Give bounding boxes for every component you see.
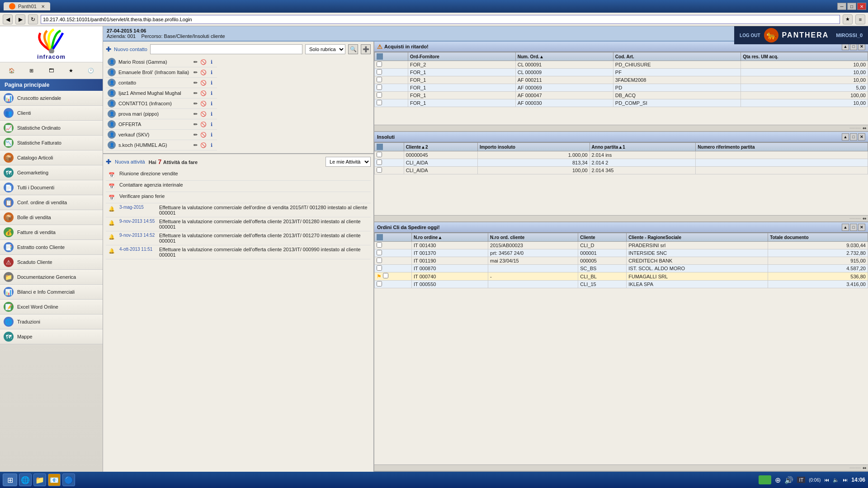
table-row[interactable]: FOR_1 AF 000211 3FADEM2008 10,00 <box>375 76 868 84</box>
contact-block-btn[interactable]: 🚫 <box>200 100 207 107</box>
contact-row[interactable]: 👤 OFFERTA ✏ 🚫 ℹ <box>106 119 217 130</box>
row-checkbox[interactable] <box>377 69 382 75</box>
contacts-filter-select[interactable]: Solo rubrica <box>305 44 345 54</box>
activity-row[interactable]: 📅 Riunione direzione vendite <box>106 169 371 181</box>
table-row[interactable]: CLI_AIDA 813,34 2.014 2 <box>375 159 868 167</box>
table-row[interactable]: FOR_2 CL 000091 PD_CHIUSURE 10,00 <box>375 61 868 69</box>
sidebar-star-icon[interactable]: ★ <box>66 65 76 76</box>
row-checkbox[interactable] <box>377 167 382 173</box>
taskbar-speaker-icon[interactable]: 🔈 <box>833 477 839 483</box>
table-row[interactable]: IT 001370 prt: 34567 24/0 000001 INTERSI… <box>375 249 868 257</box>
sidebar-item-tutti-doc[interactable]: 📄 Tutti i Documenti <box>0 180 103 195</box>
row-checkbox[interactable] <box>377 84 382 90</box>
contact-block-btn[interactable]: 🚫 <box>200 89 207 97</box>
table-row[interactable]: ⚑ IT 000740 - CLI_BL FUMAGALLI SRL 536,8… <box>375 272 868 281</box>
row-checkbox[interactable] <box>377 258 382 263</box>
contact-info-btn[interactable]: ℹ <box>208 89 215 97</box>
contact-row[interactable]: 👤 s.koch (HUMMEL AG) ✏ 🚫 ℹ <box>106 140 217 150</box>
bookmark-button[interactable]: ★ <box>843 14 853 24</box>
ordini-col-nr-ord[interactable]: N.ro ordine▲ <box>412 233 488 242</box>
contact-edit-btn[interactable]: ✏ <box>192 121 199 128</box>
new-activity-plus-icon[interactable]: ✚ <box>106 158 111 165</box>
url-input[interactable] <box>41 15 840 24</box>
row-checkbox[interactable] <box>377 77 382 82</box>
insoluti-close-icon[interactable]: ✕ <box>858 133 865 141</box>
contact-row[interactable]: 👤 CONTATTO1 (Infracom) ✏ 🚫 ℹ <box>106 99 217 109</box>
contacts-search-input[interactable] <box>150 44 302 54</box>
contact-info-btn[interactable]: ℹ <box>208 131 215 138</box>
minimize-button[interactable]: ─ <box>837 3 846 10</box>
sidebar-item-estratto[interactable]: 📑 Estratto conto Cliente <box>0 240 103 255</box>
settings-button[interactable]: ≡ <box>855 14 865 24</box>
insoluti-expand-icon[interactable]: □ <box>850 133 857 141</box>
acquisti-col-ord-forn[interactable]: Ord-Fornitore <box>408 52 515 61</box>
taskbar-app-email[interactable]: 📧 <box>48 474 61 486</box>
insoluti-col-anno[interactable]: Anno partita▲1 <box>590 143 696 151</box>
contact-info-btn[interactable]: ℹ <box>208 100 215 107</box>
contact-info-btn[interactable]: ℹ <box>208 121 215 128</box>
row-checkbox[interactable] <box>377 92 382 98</box>
ordini-resize-icon[interactable]: ▲ <box>842 224 849 231</box>
contact-block-btn[interactable]: 🚫 <box>200 69 207 76</box>
table-row[interactable]: IT 000550 CLI_15 IKLEA SPA 3.416,00 <box>375 281 868 288</box>
contact-info-btn[interactable]: ℹ <box>208 69 215 76</box>
contact-edit-btn[interactable]: ✏ <box>192 58 199 66</box>
taskbar-app-chrome[interactable]: 🌐 <box>19 474 32 486</box>
contact-edit-btn[interactable]: ✏ <box>192 69 199 76</box>
contact-block-btn[interactable]: 🚫 <box>200 121 207 128</box>
contact-info-btn[interactable]: ℹ <box>208 110 215 117</box>
sidebar-window-icon[interactable]: 🗔 <box>46 65 57 76</box>
sidebar-history-icon[interactable]: 🕐 <box>85 65 96 76</box>
contact-row[interactable]: 👤 verkauf (SKV) ✏ 🚫 ℹ <box>106 130 217 140</box>
sidebar-item-cruscotto[interactable]: 📊 Cruscotto aziendale <box>0 91 103 106</box>
insoluti-col-num-rif[interactable]: Numero riferimento partita <box>696 143 868 151</box>
new-contact-plus-icon[interactable]: ✚ <box>106 46 111 53</box>
contact-row[interactable]: 👤 Mario Rossi (Gamma) ✏ 🚫 ℹ <box>106 57 217 67</box>
refresh-button[interactable]: ↻ <box>28 14 38 24</box>
row-checkbox[interactable] <box>377 61 382 67</box>
contact-edit-btn[interactable]: ✏ <box>192 79 199 86</box>
sidebar-item-geomarketing[interactable]: 🗺 Geomarketing <box>0 165 103 180</box>
activity-row[interactable]: 📅 Contattare agenzia interinale <box>106 181 371 192</box>
contact-block-btn[interactable]: 🚫 <box>200 79 207 86</box>
contacts-search-icon[interactable]: 🔍 <box>348 44 358 54</box>
row-checkbox[interactable] <box>383 273 388 278</box>
sidebar-item-scaduto[interactable]: ⚠ Scaduto Cliente <box>0 255 103 270</box>
row-checkbox[interactable] <box>377 265 382 271</box>
table-row[interactable]: IT 000870 SC_BS IST. SCOL. ALDO MORO 4.5… <box>375 265 868 272</box>
taskbar-app-blue[interactable]: 🔵 <box>62 474 75 486</box>
sidebar-item-bilanci[interactable]: 📊 Bilanci e Info Commerciali <box>0 285 103 300</box>
acquisti-col-num-ord[interactable]: Num. Ord.▲ <box>515 52 613 61</box>
contact-info-btn[interactable]: ℹ <box>208 141 215 149</box>
acquisti-col-qta[interactable]: Qta res. UM acq. <box>741 52 868 61</box>
sidebar-item-stat-fatturato[interactable]: 📉 Statistiche Fatturato <box>0 136 103 150</box>
ordini-col-cli[interactable]: Cliente <box>578 233 627 242</box>
sidebar-item-documentazione[interactable]: 📁 Documentazione Generica <box>0 270 103 285</box>
sidebar-item-fatture[interactable]: 💰 Fatture di vendita <box>0 225 103 240</box>
logout-label[interactable]: LOG OUT <box>740 33 760 38</box>
activity-row[interactable]: 🔔 9-nov-2013 14:55 Effettuare la valutaz… <box>106 217 371 231</box>
maximize-button[interactable]: □ <box>847 3 856 10</box>
contact-row[interactable]: 👤 Ijaz1 Ahmed Mughal Mughal ✏ 🚫 ℹ <box>106 88 217 99</box>
sidebar-grid-icon[interactable]: ⊞ <box>26 65 37 76</box>
ordini-expand-icon[interactable]: □ <box>850 224 857 231</box>
insoluti-col-cliente[interactable]: Cliente▲2 <box>404 143 477 151</box>
activity-row[interactable]: 🔔 4-ott-2013 11:51 Effettuare la valutaz… <box>106 245 371 259</box>
table-row[interactable]: IT 001430 2015/AB00023 CLI_D PRADERSINI … <box>375 242 868 249</box>
row-checkbox[interactable] <box>377 250 382 255</box>
contact-info-btn[interactable]: ℹ <box>208 58 215 66</box>
contact-block-btn[interactable]: 🚫 <box>200 58 207 66</box>
activities-filter-select[interactable]: Le mie Attività <box>326 157 371 167</box>
row-checkbox[interactable] <box>377 281 382 286</box>
table-row[interactable]: FOR_1 AF 000069 PD 5,00 <box>375 84 868 92</box>
forward-button[interactable]: ▶ <box>15 14 25 24</box>
table-row[interactable]: FOR_1 CL 000009 PF 10,00 <box>375 69 868 76</box>
contact-edit-btn[interactable]: ✏ <box>192 110 199 117</box>
row-checkbox[interactable] <box>377 160 382 165</box>
start-button[interactable]: ⊞ <box>3 474 17 486</box>
contact-row[interactable]: 👤 contatto ✏ 🚫 ℹ <box>106 78 217 88</box>
insoluti-resize-icon[interactable]: ▲ <box>842 133 849 141</box>
contact-row[interactable]: 👤 prova mari (pippo) ✏ 🚫 ℹ <box>106 109 217 119</box>
activity-row[interactable]: 🔔 9-nov-2013 14:52 Effettuare la valutaz… <box>106 231 371 245</box>
contact-block-btn[interactable]: 🚫 <box>200 131 207 138</box>
